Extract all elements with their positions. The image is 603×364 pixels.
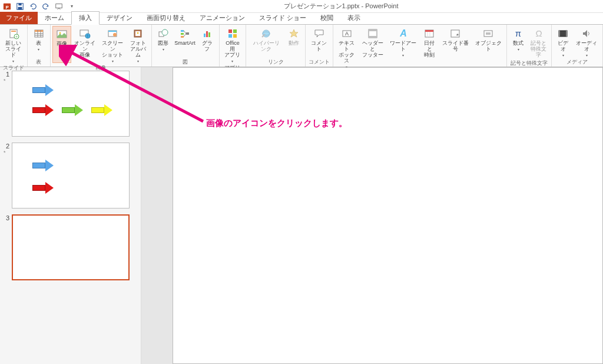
- dropdown-icon: ▾: [586, 53, 588, 57]
- symbol-icon: Ω: [533, 28, 545, 39]
- tab-transitions[interactable]: 画面切り替え: [140, 12, 193, 24]
- svg-rect-48: [425, 30, 433, 32]
- group-images: 画像 オンライン 画像 スクリーン ショット ▾ フォト アルバム ▾ 画像: [51, 25, 152, 67]
- group-label-comments: コメント: [309, 57, 330, 67]
- new-slide-button[interactable]: + 新しい スライド ▾: [2, 26, 25, 63]
- insert-picture-button[interactable]: 画像: [52, 26, 71, 63]
- thumbnail-item[interactable]: 3: [0, 213, 141, 285]
- group-symbols: π 数式 ▾ Ω 記号と 特殊文字 記号と特殊文字: [507, 25, 552, 67]
- svg-rect-30: [181, 36, 184, 38]
- slide-thumbnail-selected[interactable]: [12, 214, 130, 280]
- group-media: ビデオ ▾ オーディオ ▾ メディア: [552, 25, 603, 67]
- svg-rect-11: [35, 30, 43, 32]
- thumbnail-item[interactable]: 2 *: [0, 141, 141, 213]
- dropdown-icon: ▾: [137, 59, 139, 63]
- wordart-button[interactable]: A ワードアート ▾: [387, 26, 420, 69]
- tab-review[interactable]: 校閲: [313, 12, 340, 24]
- chart-icon: [201, 28, 213, 39]
- tab-home[interactable]: ホーム: [38, 12, 71, 24]
- annotation-text: 画像のアイコンをクリックします。: [206, 118, 347, 129]
- table-button[interactable]: 表 ▾: [29, 26, 48, 57]
- header-footer-button[interactable]: ヘッダーと フッター: [359, 26, 387, 69]
- svg-text:Ω: Ω: [535, 28, 542, 38]
- svg-point-25: [137, 32, 139, 34]
- comment-button[interactable]: コメント: [307, 26, 331, 57]
- audio-button[interactable]: オーディオ ▾: [572, 26, 601, 57]
- slide-number-button[interactable]: # スライド番号: [439, 26, 472, 69]
- screenshot-icon: [107, 28, 118, 39]
- textbox-button[interactable]: A テキスト ボックス ▾: [335, 26, 359, 69]
- window-title: プレゼンテーション1.pptx - PowerPoint: [79, 2, 603, 11]
- svg-rect-35: [228, 29, 232, 33]
- slideshow-from-start-icon[interactable]: [54, 2, 64, 11]
- slide-thumbnails-panel: 1 * 2 * 3: [0, 67, 141, 364]
- dropdown-icon: ▾: [163, 47, 164, 51]
- current-slide[interactable]: [173, 67, 603, 364]
- wordart-icon: A: [397, 28, 409, 39]
- app-icon: P: [2, 2, 12, 11]
- shapes-button[interactable]: 図形 ▾: [154, 26, 173, 57]
- svg-rect-7: [11, 31, 16, 32]
- qat-customize-icon[interactable]: ▾: [67, 2, 77, 11]
- group-tables: 表 ▾ 表: [28, 25, 51, 67]
- slide-thumbnail[interactable]: [12, 71, 130, 137]
- tab-file[interactable]: ファイル: [0, 12, 38, 24]
- photo-album-icon: [132, 28, 144, 39]
- group-slides: + 新しい スライド ▾ スライド: [0, 25, 28, 67]
- smartart-button[interactable]: SmartArt: [173, 26, 197, 57]
- smartart-icon: [179, 28, 191, 39]
- hyperlink-button[interactable]: ハイパーリンク: [248, 26, 284, 57]
- dropdown-icon: ▾: [231, 59, 233, 63]
- svg-rect-32: [204, 34, 206, 37]
- group-label-links: リンク: [268, 57, 284, 67]
- svg-rect-54: [486, 32, 491, 35]
- svg-point-27: [162, 29, 168, 35]
- slide-number-icon: #: [449, 28, 461, 39]
- svg-rect-37: [228, 34, 232, 38]
- svg-rect-28: [181, 30, 184, 32]
- action-button[interactable]: 動作: [284, 26, 303, 57]
- group-links: ハイパーリンク 動作 リンク: [246, 25, 305, 67]
- table-icon: [33, 28, 45, 39]
- tab-animations[interactable]: アニメーション: [193, 12, 252, 24]
- svg-text:A: A: [399, 28, 407, 38]
- comment-icon: [313, 28, 325, 39]
- textbox-icon: A: [341, 28, 353, 39]
- slide-thumbnail[interactable]: [12, 143, 130, 209]
- thumbnail-item[interactable]: 1 *: [0, 70, 141, 141]
- slide-canvas-area: [141, 67, 603, 364]
- svg-text:π: π: [515, 28, 521, 38]
- datetime-button[interactable]: 日付と 時刻: [420, 26, 439, 69]
- shapes-icon: [157, 28, 169, 39]
- video-button[interactable]: ビデオ ▾: [554, 26, 572, 57]
- group-comments: コメント コメント: [306, 25, 333, 67]
- video-icon: [557, 28, 569, 39]
- svg-rect-36: [233, 29, 237, 33]
- equation-button[interactable]: π 数式 ▾: [509, 26, 528, 58]
- thumbnail-number: 3: [4, 214, 12, 221]
- photo-album-button[interactable]: フォト アルバム ▾: [127, 26, 150, 63]
- animation-indicator-icon: *: [4, 150, 12, 155]
- picture-icon: [56, 28, 68, 40]
- tab-slideshow[interactable]: スライド ショー: [252, 12, 313, 24]
- action-icon: [288, 28, 300, 39]
- redo-icon[interactable]: [41, 2, 51, 11]
- symbol-button[interactable]: Ω 記号と 特殊文字: [528, 26, 549, 58]
- svg-rect-59: [566, 31, 567, 37]
- group-label-symbols: 記号と特殊文字: [511, 58, 548, 68]
- online-pictures-button[interactable]: オンライン 画像: [71, 26, 99, 63]
- svg-rect-58: [559, 31, 560, 37]
- animation-indicator-icon: *: [4, 78, 12, 84]
- chart-button[interactable]: グラフ: [197, 26, 217, 57]
- tab-insert[interactable]: 挿入: [71, 11, 100, 25]
- ribbon-tabs: ファイル ホーム 挿入 デザイン 画面切り替え アニメーション スライド ショー…: [0, 13, 603, 25]
- object-button[interactable]: オブジェクト: [472, 26, 505, 69]
- screenshot-button[interactable]: スクリーン ショット ▾: [99, 26, 127, 63]
- tab-design[interactable]: デザイン: [100, 12, 140, 24]
- tab-view[interactable]: 表示: [340, 12, 367, 24]
- undo-icon[interactable]: [28, 2, 38, 11]
- dropdown-icon: ▾: [562, 53, 564, 57]
- svg-text:A: A: [345, 31, 349, 37]
- save-icon[interactable]: [15, 2, 25, 11]
- office-apps-button[interactable]: Office 用 アプリ ▾: [221, 26, 244, 63]
